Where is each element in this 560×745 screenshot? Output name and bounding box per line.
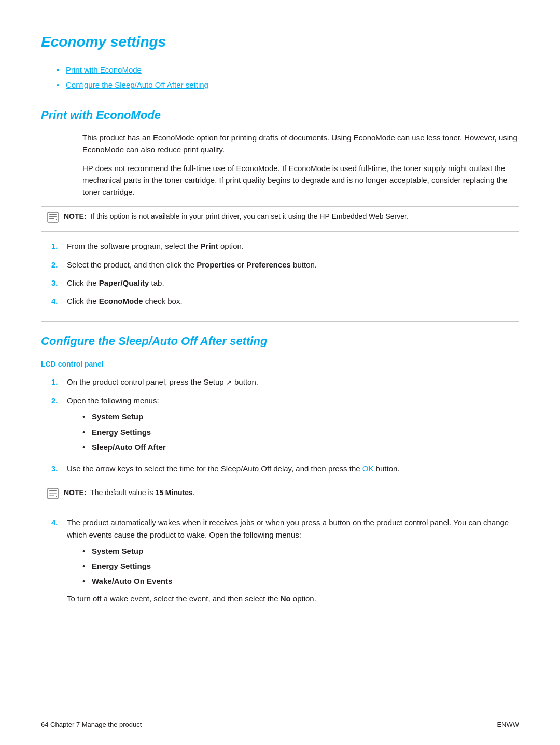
bullet-sleep-auto-off: Sleep/Auto Off After <box>82 441 519 453</box>
setup-wrench-icon: ➚ <box>226 377 232 388</box>
step-num-1: 1. <box>51 240 67 252</box>
svg-rect-1 <box>49 214 57 215</box>
ok-link: OK <box>362 464 374 473</box>
note-text-sleep: NOTE: The default value is 15 Minutes. <box>64 487 195 498</box>
step-num-3: 3. <box>51 277 67 289</box>
sleep-step-num-2: 2. <box>51 395 67 456</box>
section-title-econoMode: Print with EconoMode <box>41 106 519 123</box>
sleep-step-4: 4. The product automatically wakes when … <box>51 516 519 605</box>
note-box-sleep: NOTE: The default value is 15 Minutes. <box>41 483 519 508</box>
note-icon-sleep <box>47 488 59 503</box>
note-icon-econoMode <box>47 212 59 227</box>
page-footer: 64 Chapter 7 Manage the product ENWW <box>0 720 560 730</box>
section-title-sleep: Configure the Sleep/Auto Off After setti… <box>41 332 519 349</box>
econoMode-body1: This product has an EconoMode option for… <box>82 132 519 156</box>
svg-rect-3 <box>49 218 54 219</box>
svg-rect-0 <box>48 212 58 222</box>
step-num-2: 2. <box>51 259 67 271</box>
svg-rect-9 <box>56 496 57 497</box>
footer-right: ENWW <box>497 720 519 730</box>
econoMode-body2: HP does not recommend the full-time use … <box>82 162 519 199</box>
toc-list: Print with EconoMode Configure the Sleep… <box>57 64 519 91</box>
sleep-step-content-3: Use the arrow keys to select the time fo… <box>67 462 519 474</box>
step-content-2: Select the product, and then click the P… <box>67 259 519 271</box>
subsection-title-lcd: LCD control panel <box>41 359 519 370</box>
note-label-econoMode: NOTE: <box>64 212 87 220</box>
sleep-step-2: 2. Open the following menus: System Setu… <box>51 395 519 456</box>
sleep-step2-bullets: System Setup Energy Settings Sleep/Auto … <box>82 411 519 453</box>
bullet-energy-settings-2: Energy Settings <box>82 560 519 572</box>
toc-link-econoMode[interactable]: Print with EconoMode <box>66 65 142 74</box>
step-4: 4. Click the EconoMode check box. <box>51 295 519 307</box>
step-2: 2. Select the product, and then click th… <box>51 259 519 271</box>
step-num-4: 4. <box>51 295 67 307</box>
sleep-step-content-1: On the product control panel, press the … <box>67 376 519 388</box>
sleep-step-num-4: 4. <box>51 516 67 605</box>
sleep-step-1: 1. On the product control panel, press t… <box>51 376 519 388</box>
note-label-sleep: NOTE: <box>64 488 87 497</box>
bullet-energy-settings-1: Energy Settings <box>82 426 519 438</box>
svg-rect-2 <box>49 216 57 217</box>
svg-rect-4 <box>56 219 57 220</box>
sleep-step4-turnoff: To turn off a wake event, select the eve… <box>67 593 519 605</box>
svg-rect-6 <box>49 490 57 491</box>
sleep-step-num-3: 3. <box>51 462 67 474</box>
sleep-step-content-2: Open the following menus: System Setup E… <box>67 395 519 456</box>
section-divider-1 <box>41 321 519 322</box>
bullet-system-setup-2: System Setup <box>82 545 519 557</box>
toc-item-econoMode[interactable]: Print with EconoMode <box>57 64 519 76</box>
step-content-3: Click the Paper/Quality tab. <box>67 277 519 289</box>
sleep-step-num-1: 1. <box>51 376 67 388</box>
sleep-steps-cont: 4. The product automatically wakes when … <box>51 516 519 605</box>
note-text-econoMode: NOTE: If this option is not available in… <box>64 211 409 222</box>
note-box-econoMode: NOTE: If this option is not available in… <box>41 206 519 232</box>
step-1: 1. From the software program, select the… <box>51 240 519 252</box>
sleep-step4-bullets: System Setup Energy Settings Wake/Auto O… <box>82 545 519 587</box>
svg-rect-7 <box>49 493 57 494</box>
toc-link-sleep[interactable]: Configure the Sleep/Auto Off After setti… <box>66 80 208 89</box>
econoMode-steps: 1. From the software program, select the… <box>51 240 519 307</box>
sleep-step-3: 3. Use the arrow keys to select the time… <box>51 462 519 474</box>
svg-rect-5 <box>48 488 58 499</box>
step-content-4: Click the EconoMode check box. <box>67 295 519 307</box>
sleep-steps: 1. On the product control panel, press t… <box>51 376 519 474</box>
sleep-step-content-4: The product automatically wakes when it … <box>67 516 519 605</box>
page-title: Economy settings <box>41 31 519 53</box>
toc-item-sleep[interactable]: Configure the Sleep/Auto Off After setti… <box>57 79 519 91</box>
footer-left: 64 Chapter 7 Manage the product <box>41 720 142 730</box>
step-3: 3. Click the Paper/Quality tab. <box>51 277 519 289</box>
svg-rect-8 <box>49 495 54 496</box>
step-content-1: From the software program, select the Pr… <box>67 240 519 252</box>
bullet-wake-auto-on: Wake/Auto On Events <box>82 575 519 587</box>
bullet-system-setup-1: System Setup <box>82 411 519 423</box>
